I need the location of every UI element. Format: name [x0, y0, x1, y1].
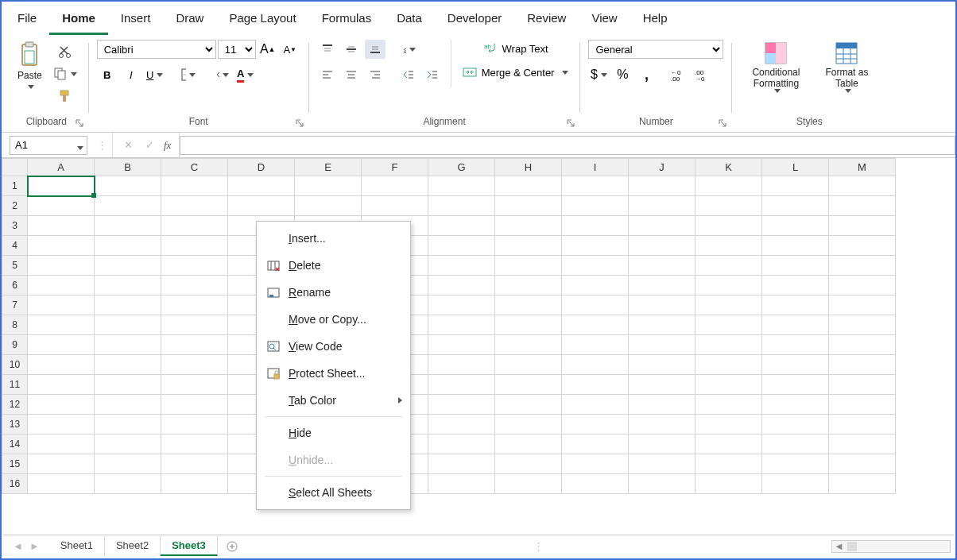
cell[interactable]	[28, 315, 95, 335]
tab-draw[interactable]: Draw	[163, 5, 216, 35]
cell[interactable]	[161, 454, 228, 474]
borders-button[interactable]	[178, 65, 199, 84]
cell[interactable]	[695, 355, 762, 375]
row-header[interactable]: 1	[2, 176, 28, 196]
cell[interactable]	[95, 395, 161, 415]
cell[interactable]	[629, 434, 695, 454]
cell[interactable]	[495, 335, 562, 355]
font-size-select[interactable]: 11	[218, 40, 256, 59]
cell[interactable]	[629, 454, 695, 474]
cell[interactable]	[428, 315, 495, 335]
cell[interactable]	[629, 474, 695, 494]
cell[interactable]	[629, 176, 695, 196]
cancel-formula-button[interactable]: ✕	[121, 137, 136, 153]
format-as-table-button[interactable]: Format as Table	[815, 40, 878, 95]
col-header[interactable]: E	[295, 159, 362, 176]
cell[interactable]	[762, 276, 829, 295]
cell[interactable]	[562, 375, 629, 395]
cell[interactable]	[695, 395, 762, 415]
comma-button[interactable]: ,	[636, 65, 657, 84]
align-bottom-button[interactable]	[365, 40, 386, 59]
ctx-rename[interactable]: Rename	[257, 279, 410, 306]
ctx-insert[interactable]: Insert...	[257, 225, 410, 252]
tab-help[interactable]: Help	[630, 5, 680, 35]
chevron-down-icon[interactable]	[74, 141, 83, 153]
row-header[interactable]: 14	[2, 434, 28, 454]
cell[interactable]	[695, 216, 762, 236]
bold-button[interactable]: B	[97, 65, 118, 84]
cell[interactable]	[28, 474, 95, 494]
cell[interactable]	[428, 216, 495, 236]
cell[interactable]	[428, 454, 495, 474]
cell[interactable]	[562, 395, 629, 415]
cell[interactable]	[762, 295, 829, 315]
font-color-button[interactable]: A	[235, 65, 256, 84]
cell[interactable]	[95, 276, 161, 295]
cell[interactable]	[28, 295, 95, 315]
cell[interactable]	[495, 434, 562, 454]
align-middle-button[interactable]	[341, 40, 362, 59]
cell[interactable]	[95, 335, 161, 355]
cell[interactable]	[629, 216, 695, 236]
cell[interactable]	[629, 295, 695, 315]
cell[interactable]	[695, 315, 762, 335]
sheet-tab[interactable]: Sheet3	[161, 536, 218, 556]
cell[interactable]	[95, 216, 161, 236]
percent-button[interactable]: %	[612, 65, 633, 84]
cell[interactable]	[495, 196, 562, 216]
cell[interactable]	[629, 196, 695, 216]
ctx-move-copy[interactable]: Move or Copy...	[257, 306, 410, 333]
cell[interactable]	[562, 434, 629, 454]
col-header[interactable]: I	[562, 159, 629, 176]
formula-input[interactable]	[180, 136, 955, 155]
cell[interactable]	[495, 315, 562, 335]
row-header[interactable]: 12	[2, 395, 28, 415]
cell[interactable]	[428, 276, 495, 295]
cell[interactable]	[495, 355, 562, 375]
cell[interactable]	[762, 335, 829, 355]
cell[interactable]	[28, 375, 95, 395]
tab-insert[interactable]: Insert	[108, 5, 164, 35]
cell[interactable]	[95, 236, 161, 256]
cell[interactable]	[495, 216, 562, 236]
ctx-select-all-sheets[interactable]: Select All Sheets	[257, 479, 410, 506]
cell[interactable]	[829, 315, 896, 335]
cell[interactable]	[228, 196, 295, 216]
align-center-button[interactable]	[341, 65, 362, 84]
row-header[interactable]: 4	[2, 236, 28, 256]
cell[interactable]	[495, 236, 562, 256]
tab-view[interactable]: View	[579, 5, 630, 35]
cell[interactable]	[362, 196, 428, 216]
decrease-decimal-button[interactable]: .00→0	[692, 65, 712, 84]
decrease-font-button[interactable]: A▼	[280, 40, 300, 59]
col-header[interactable]: A	[28, 159, 95, 176]
cell[interactable]	[562, 474, 629, 494]
format-painter-button[interactable]	[50, 87, 80, 105]
sheet-nav-prev[interactable]: ◄	[13, 540, 23, 552]
tab-developer[interactable]: Developer	[435, 5, 514, 35]
cell[interactable]	[161, 395, 228, 415]
cell[interactable]	[95, 196, 161, 216]
cell[interactable]	[428, 415, 495, 434]
number-format-select[interactable]: General	[588, 40, 723, 59]
col-header[interactable]: B	[95, 159, 161, 176]
tab-formulas[interactable]: Formulas	[309, 5, 385, 35]
cell[interactable]	[28, 395, 95, 415]
cell[interactable]	[95, 176, 161, 196]
cell[interactable]	[829, 276, 896, 295]
tab-file[interactable]: File	[5, 5, 49, 35]
cell[interactable]	[495, 375, 562, 395]
cell[interactable]	[495, 395, 562, 415]
cell[interactable]	[762, 415, 829, 434]
cell[interactable]	[695, 434, 762, 454]
cell[interactable]	[161, 415, 228, 434]
cell[interactable]	[762, 256, 829, 276]
col-header[interactable]: F	[362, 159, 428, 176]
row-header[interactable]: 11	[2, 375, 28, 395]
cell[interactable]	[228, 176, 295, 196]
cell[interactable]	[295, 196, 362, 216]
col-header[interactable]: M	[829, 159, 896, 176]
sheet-tab[interactable]: Sheet1	[49, 536, 105, 556]
col-header[interactable]: L	[762, 159, 829, 176]
name-box[interactable]: A1	[10, 136, 87, 155]
